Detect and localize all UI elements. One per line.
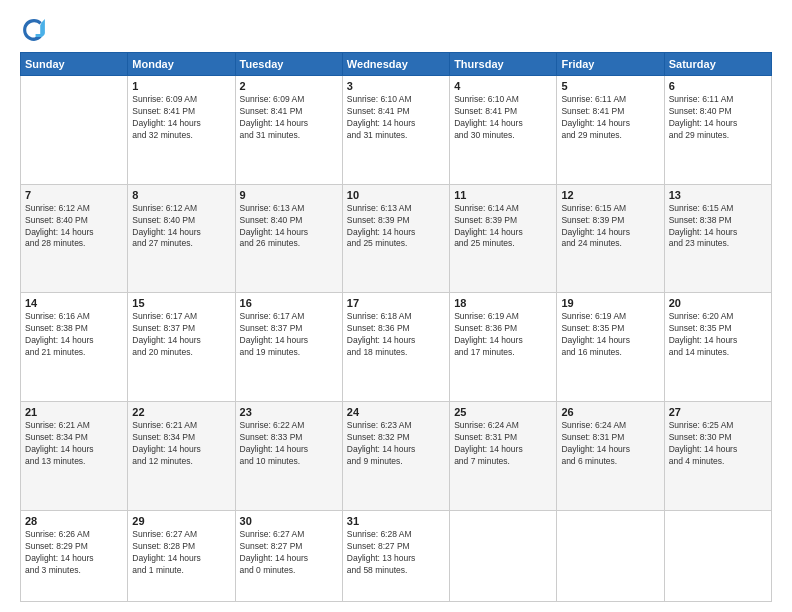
calendar-day-cell: 10Sunrise: 6:13 AM Sunset: 8:39 PM Dayli… xyxy=(342,184,449,293)
day-info: Sunrise: 6:28 AM Sunset: 8:27 PM Dayligh… xyxy=(347,529,445,577)
calendar-week-row: 21Sunrise: 6:21 AM Sunset: 8:34 PM Dayli… xyxy=(21,402,772,511)
calendar-day-cell: 14Sunrise: 6:16 AM Sunset: 8:38 PM Dayli… xyxy=(21,293,128,402)
calendar-header: SundayMondayTuesdayWednesdayThursdayFrid… xyxy=(21,53,772,76)
calendar-day-cell: 30Sunrise: 6:27 AM Sunset: 8:27 PM Dayli… xyxy=(235,510,342,601)
day-info: Sunrise: 6:13 AM Sunset: 8:39 PM Dayligh… xyxy=(347,203,445,251)
day-info: Sunrise: 6:21 AM Sunset: 8:34 PM Dayligh… xyxy=(132,420,230,468)
calendar-week-row: 28Sunrise: 6:26 AM Sunset: 8:29 PM Dayli… xyxy=(21,510,772,601)
day-number: 27 xyxy=(669,406,767,418)
calendar-day-cell: 7Sunrise: 6:12 AM Sunset: 8:40 PM Daylig… xyxy=(21,184,128,293)
calendar-day-cell: 20Sunrise: 6:20 AM Sunset: 8:35 PM Dayli… xyxy=(664,293,771,402)
calendar-week-row: 1Sunrise: 6:09 AM Sunset: 8:41 PM Daylig… xyxy=(21,76,772,185)
day-info: Sunrise: 6:18 AM Sunset: 8:36 PM Dayligh… xyxy=(347,311,445,359)
day-number: 17 xyxy=(347,297,445,309)
header xyxy=(20,16,772,44)
calendar-week-row: 7Sunrise: 6:12 AM Sunset: 8:40 PM Daylig… xyxy=(21,184,772,293)
day-number: 4 xyxy=(454,80,552,92)
calendar-day-cell: 11Sunrise: 6:14 AM Sunset: 8:39 PM Dayli… xyxy=(450,184,557,293)
day-info: Sunrise: 6:09 AM Sunset: 8:41 PM Dayligh… xyxy=(132,94,230,142)
day-number: 22 xyxy=(132,406,230,418)
calendar-day-cell: 18Sunrise: 6:19 AM Sunset: 8:36 PM Dayli… xyxy=(450,293,557,402)
day-number: 30 xyxy=(240,515,338,527)
weekday-header: Sunday xyxy=(21,53,128,76)
calendar-day-cell: 3Sunrise: 6:10 AM Sunset: 8:41 PM Daylig… xyxy=(342,76,449,185)
day-number: 29 xyxy=(132,515,230,527)
day-info: Sunrise: 6:22 AM Sunset: 8:33 PM Dayligh… xyxy=(240,420,338,468)
calendar-day-cell: 23Sunrise: 6:22 AM Sunset: 8:33 PM Dayli… xyxy=(235,402,342,511)
weekday-header: Wednesday xyxy=(342,53,449,76)
calendar-day-cell: 31Sunrise: 6:28 AM Sunset: 8:27 PM Dayli… xyxy=(342,510,449,601)
day-info: Sunrise: 6:16 AM Sunset: 8:38 PM Dayligh… xyxy=(25,311,123,359)
calendar-day-cell: 25Sunrise: 6:24 AM Sunset: 8:31 PM Dayli… xyxy=(450,402,557,511)
day-number: 26 xyxy=(561,406,659,418)
day-number: 5 xyxy=(561,80,659,92)
calendar-day-cell: 9Sunrise: 6:13 AM Sunset: 8:40 PM Daylig… xyxy=(235,184,342,293)
calendar-day-cell: 5Sunrise: 6:11 AM Sunset: 8:41 PM Daylig… xyxy=(557,76,664,185)
day-info: Sunrise: 6:14 AM Sunset: 8:39 PM Dayligh… xyxy=(454,203,552,251)
day-number: 6 xyxy=(669,80,767,92)
day-number: 8 xyxy=(132,189,230,201)
day-info: Sunrise: 6:17 AM Sunset: 8:37 PM Dayligh… xyxy=(240,311,338,359)
day-number: 21 xyxy=(25,406,123,418)
day-number: 24 xyxy=(347,406,445,418)
calendar-day-cell xyxy=(557,510,664,601)
day-info: Sunrise: 6:24 AM Sunset: 8:31 PM Dayligh… xyxy=(454,420,552,468)
calendar-day-cell: 4Sunrise: 6:10 AM Sunset: 8:41 PM Daylig… xyxy=(450,76,557,185)
day-number: 12 xyxy=(561,189,659,201)
calendar-week-row: 14Sunrise: 6:16 AM Sunset: 8:38 PM Dayli… xyxy=(21,293,772,402)
day-number: 7 xyxy=(25,189,123,201)
day-info: Sunrise: 6:27 AM Sunset: 8:27 PM Dayligh… xyxy=(240,529,338,577)
logo xyxy=(20,16,52,44)
calendar-table: SundayMondayTuesdayWednesdayThursdayFrid… xyxy=(20,52,772,602)
day-number: 18 xyxy=(454,297,552,309)
day-number: 1 xyxy=(132,80,230,92)
calendar-day-cell: 15Sunrise: 6:17 AM Sunset: 8:37 PM Dayli… xyxy=(128,293,235,402)
calendar-day-cell: 1Sunrise: 6:09 AM Sunset: 8:41 PM Daylig… xyxy=(128,76,235,185)
day-info: Sunrise: 6:27 AM Sunset: 8:28 PM Dayligh… xyxy=(132,529,230,577)
day-info: Sunrise: 6:25 AM Sunset: 8:30 PM Dayligh… xyxy=(669,420,767,468)
day-info: Sunrise: 6:11 AM Sunset: 8:41 PM Dayligh… xyxy=(561,94,659,142)
day-number: 28 xyxy=(25,515,123,527)
day-number: 16 xyxy=(240,297,338,309)
calendar-day-cell xyxy=(450,510,557,601)
calendar-day-cell: 26Sunrise: 6:24 AM Sunset: 8:31 PM Dayli… xyxy=(557,402,664,511)
day-info: Sunrise: 6:09 AM Sunset: 8:41 PM Dayligh… xyxy=(240,94,338,142)
calendar-day-cell: 21Sunrise: 6:21 AM Sunset: 8:34 PM Dayli… xyxy=(21,402,128,511)
calendar-day-cell xyxy=(664,510,771,601)
day-info: Sunrise: 6:24 AM Sunset: 8:31 PM Dayligh… xyxy=(561,420,659,468)
weekday-header: Saturday xyxy=(664,53,771,76)
calendar-body: 1Sunrise: 6:09 AM Sunset: 8:41 PM Daylig… xyxy=(21,76,772,602)
day-info: Sunrise: 6:17 AM Sunset: 8:37 PM Dayligh… xyxy=(132,311,230,359)
day-number: 15 xyxy=(132,297,230,309)
day-number: 3 xyxy=(347,80,445,92)
day-info: Sunrise: 6:10 AM Sunset: 8:41 PM Dayligh… xyxy=(454,94,552,142)
day-info: Sunrise: 6:15 AM Sunset: 8:38 PM Dayligh… xyxy=(669,203,767,251)
calendar-day-cell: 28Sunrise: 6:26 AM Sunset: 8:29 PM Dayli… xyxy=(21,510,128,601)
day-info: Sunrise: 6:11 AM Sunset: 8:40 PM Dayligh… xyxy=(669,94,767,142)
calendar-day-cell: 27Sunrise: 6:25 AM Sunset: 8:30 PM Dayli… xyxy=(664,402,771,511)
day-info: Sunrise: 6:19 AM Sunset: 8:36 PM Dayligh… xyxy=(454,311,552,359)
day-number: 23 xyxy=(240,406,338,418)
day-number: 13 xyxy=(669,189,767,201)
calendar-day-cell: 13Sunrise: 6:15 AM Sunset: 8:38 PM Dayli… xyxy=(664,184,771,293)
calendar-day-cell: 29Sunrise: 6:27 AM Sunset: 8:28 PM Dayli… xyxy=(128,510,235,601)
day-info: Sunrise: 6:21 AM Sunset: 8:34 PM Dayligh… xyxy=(25,420,123,468)
day-info: Sunrise: 6:20 AM Sunset: 8:35 PM Dayligh… xyxy=(669,311,767,359)
weekday-header: Thursday xyxy=(450,53,557,76)
page: SundayMondayTuesdayWednesdayThursdayFrid… xyxy=(0,0,792,612)
logo-icon xyxy=(20,16,48,44)
calendar-day-cell: 16Sunrise: 6:17 AM Sunset: 8:37 PM Dayli… xyxy=(235,293,342,402)
weekday-row: SundayMondayTuesdayWednesdayThursdayFrid… xyxy=(21,53,772,76)
day-info: Sunrise: 6:26 AM Sunset: 8:29 PM Dayligh… xyxy=(25,529,123,577)
calendar-day-cell: 12Sunrise: 6:15 AM Sunset: 8:39 PM Dayli… xyxy=(557,184,664,293)
calendar-day-cell: 8Sunrise: 6:12 AM Sunset: 8:40 PM Daylig… xyxy=(128,184,235,293)
calendar-day-cell: 2Sunrise: 6:09 AM Sunset: 8:41 PM Daylig… xyxy=(235,76,342,185)
day-number: 25 xyxy=(454,406,552,418)
day-number: 20 xyxy=(669,297,767,309)
day-info: Sunrise: 6:19 AM Sunset: 8:35 PM Dayligh… xyxy=(561,311,659,359)
day-number: 31 xyxy=(347,515,445,527)
day-number: 19 xyxy=(561,297,659,309)
day-number: 9 xyxy=(240,189,338,201)
weekday-header: Monday xyxy=(128,53,235,76)
day-number: 14 xyxy=(25,297,123,309)
